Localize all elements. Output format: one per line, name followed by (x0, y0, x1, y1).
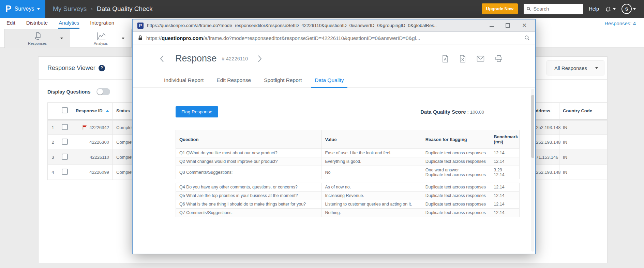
url-protocol: https:// (146, 35, 162, 41)
question-cell: Q3 Comments/Suggestions: (176, 166, 321, 179)
toggle-knob (97, 89, 103, 95)
question-cell: Q5 What are the top priorities in your b… (176, 192, 321, 200)
global-search[interactable] (524, 4, 583, 14)
quality-row: Q4 Do you have any other comments, quest… (176, 183, 520, 192)
all-responses-label: All Responses (554, 65, 587, 71)
tab-distribute[interactable]: Distribute (26, 18, 48, 29)
close-icon[interactable]: ✕ (522, 23, 527, 28)
bell-icon (605, 5, 612, 13)
reason-cell: Duplicate text across responses (422, 192, 490, 200)
chevron-down-icon[interactable] (122, 38, 124, 39)
responses-document-icon (33, 32, 42, 41)
benchmark-header: Benchmark (ms) (490, 130, 520, 149)
help-icon[interactable]: ? (99, 65, 105, 71)
pdf-icon (442, 55, 449, 62)
chevron-right-icon (258, 55, 262, 62)
display-questions-toggle[interactable] (96, 88, 110, 95)
row-checkbox[interactable] (62, 139, 68, 145)
quality-table-header-row: Question Value Reason for flagging Bench… (176, 130, 520, 149)
address-bar[interactable]: https://questionpro.com/a/frame.do?mode=… (133, 32, 535, 44)
tab-integration[interactable]: Integration (90, 18, 115, 29)
tab-data-quality[interactable]: Data Quality (315, 73, 344, 87)
reason-cell: Duplicate text across responses (422, 200, 490, 209)
notifications-button[interactable] (605, 5, 616, 13)
row-checkbox[interactable] (62, 154, 68, 160)
chevron-down-icon[interactable] (60, 38, 63, 39)
quality-row: Q3 Comments/Suggestions:NoOne word answe… (176, 166, 520, 179)
quality-row: Q2 What changes would most improve our p… (176, 157, 520, 166)
tab-edit[interactable]: Edit (6, 18, 16, 29)
email-button[interactable] (477, 56, 484, 62)
chevron-down-icon (633, 8, 636, 10)
previous-response-button[interactable] (160, 55, 164, 62)
response-id-link[interactable]: 42226099 (72, 165, 113, 180)
response-id-link[interactable]: 42226342 (72, 120, 113, 135)
zoom-icon[interactable] (524, 35, 530, 41)
value-cell: No (321, 166, 422, 179)
minimize-icon[interactable] (490, 24, 494, 27)
row-number: 2 (48, 135, 58, 150)
help-link[interactable]: Help (589, 6, 599, 12)
question-cell: Q6 What is the one thing I should do to … (176, 200, 321, 209)
quality-row: Q7 Comments/Suggestions:Nothing.Duplicat… (176, 209, 520, 217)
select-all-checkbox[interactable] (62, 107, 68, 113)
response-id-header[interactable]: Response ID (72, 103, 113, 120)
row-number: 3 (48, 150, 58, 165)
print-button[interactable] (495, 55, 503, 62)
chevron-down-icon (595, 67, 598, 69)
response-id-link[interactable]: 42226300 (72, 135, 113, 150)
checkbox-cell (58, 120, 72, 135)
address-url: https://questionpro.com/a/frame.do?mode=… (146, 35, 521, 41)
row-checkbox[interactable] (62, 169, 68, 175)
breadcrumb: My Surveys › Data Quality Check (53, 5, 153, 13)
reason-cell: Duplicate text across responses (422, 183, 490, 192)
score-separator: : (467, 110, 469, 115)
tab-edit-response[interactable]: Edit Response (216, 73, 251, 87)
score-value: 100.00 (470, 110, 484, 115)
popup-tabs: Individual Report Edit Response Spotligh… (133, 73, 535, 88)
url-domain: questionpro.com (162, 35, 203, 41)
analysis-chart-icon (96, 32, 106, 41)
product-switcher[interactable]: P Surveys (0, 0, 45, 18)
tab-individual-report[interactable]: Individual Report (164, 73, 204, 87)
export-excel-button[interactable] (459, 55, 466, 62)
export-pdf-button[interactable] (442, 55, 449, 62)
benchmark-cell: 3.29 12.14 (490, 166, 520, 179)
upgrade-now-button[interactable]: Upgrade Now (482, 3, 518, 14)
popup-scrollbar-thumb[interactable] (531, 95, 534, 158)
topbar-right-cluster: Upgrade Now Help S (482, 3, 644, 14)
question-header: Question (176, 130, 321, 149)
account-menu[interactable]: S (621, 4, 636, 14)
country-cell: IN (559, 135, 607, 150)
search-input[interactable] (533, 6, 580, 12)
toolbar-item-analysis[interactable]: Analysis (70, 29, 132, 48)
flag-response-button[interactable]: Flag Response (176, 106, 218, 117)
product-label: Surveys (15, 6, 34, 12)
tab-analytics[interactable]: Analytics (58, 18, 79, 29)
page-title-text: Response Viewer (47, 65, 95, 72)
quality-table-group-1: Q1 QWhat do you like most about our new … (176, 149, 520, 179)
window-titlebar[interactable]: P https://questionpro.com/a/frame.do?mod… (133, 19, 535, 32)
sort-asc-icon (106, 110, 109, 112)
next-response-button[interactable] (258, 55, 262, 62)
toolbar-item-responses[interactable]: Responses (4, 29, 70, 48)
maximize-icon[interactable] (506, 23, 510, 28)
chevron-left-icon (160, 55, 164, 62)
row-number-header (48, 103, 58, 120)
response-popup-window: P https://questionpro.com/a/frame.do?mod… (132, 19, 536, 254)
row-checkbox[interactable] (62, 124, 68, 130)
tab-spotlight-report[interactable]: Spotlight Report (264, 73, 302, 87)
question-cell: Q2 What changes would most improve our p… (176, 157, 321, 166)
country-cell: IN (559, 165, 607, 180)
breadcrumb-my-surveys[interactable]: My Surveys (53, 5, 87, 13)
popup-scrollbar-track[interactable] (531, 89, 534, 252)
all-responses-dropdown[interactable]: All Responses (546, 60, 604, 75)
value-cell: Everything is good. (321, 157, 422, 166)
country-header[interactable]: Country Code (559, 103, 607, 120)
checkbox-cell (58, 135, 72, 150)
responses-count: Responses: 4 (604, 18, 636, 29)
breadcrumb-current: Data Quality Check (97, 5, 153, 13)
response-id-link[interactable]: 42226110 (72, 150, 113, 165)
breadcrumb-separator-icon: › (91, 5, 93, 12)
excel-icon (459, 55, 466, 62)
